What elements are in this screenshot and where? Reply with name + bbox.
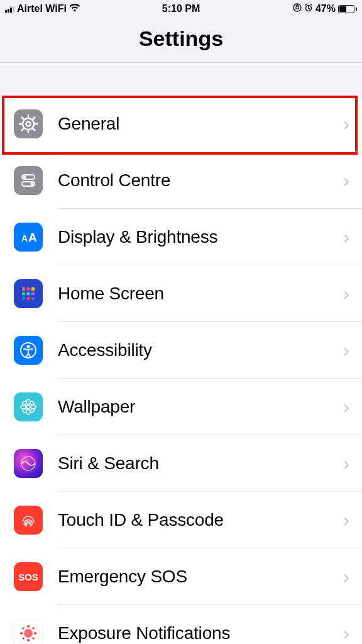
chevron-right-icon: › — [343, 453, 356, 474]
cellular-signal-icon — [5, 5, 14, 13]
svg-point-37 — [22, 408, 27, 413]
status-time: 5:10 PM — [162, 3, 200, 14]
row-accessibility[interactable]: Accessibility › — [0, 322, 362, 379]
svg-rect-22 — [27, 292, 30, 296]
svg-rect-20 — [31, 287, 35, 291]
svg-point-3 — [26, 122, 31, 126]
status-right: 47% — [293, 3, 357, 14]
flower-icon — [14, 392, 43, 421]
row-exposure-label: Exposure Notifications — [58, 623, 343, 643]
svg-point-2 — [23, 118, 34, 130]
svg-text:A: A — [28, 231, 37, 244]
chevron-right-icon: › — [343, 170, 356, 191]
battery-icon — [338, 5, 357, 13]
svg-line-9 — [33, 128, 35, 131]
fingerprint-icon — [14, 506, 43, 535]
chevron-right-icon: › — [343, 226, 356, 248]
svg-point-15 — [31, 182, 34, 186]
svg-point-40 — [27, 625, 30, 628]
svg-rect-18 — [22, 287, 25, 291]
svg-rect-23 — [31, 292, 35, 296]
row-control-label: Control Centre — [58, 170, 343, 191]
svg-line-8 — [21, 117, 24, 119]
svg-line-10 — [33, 117, 35, 119]
chevron-right-icon: › — [343, 623, 356, 644]
row-control-centre[interactable]: Control Centre › — [0, 152, 362, 209]
svg-point-42 — [20, 632, 23, 635]
svg-rect-21 — [22, 292, 25, 296]
svg-point-35 — [30, 408, 35, 413]
settings-list: General › Control Centre › AA Display & … — [0, 96, 362, 644]
svg-point-34 — [22, 401, 27, 406]
svg-point-39 — [24, 629, 33, 638]
row-general-label: General — [58, 114, 343, 134]
toggle-switches-icon — [14, 166, 43, 195]
svg-point-28 — [27, 345, 30, 348]
chevron-right-icon: › — [343, 509, 356, 531]
page-header: Settings — [0, 18, 362, 63]
svg-point-30 — [26, 399, 30, 404]
row-sos-label: Emergency SOS — [58, 567, 343, 587]
svg-point-32 — [21, 405, 26, 409]
svg-text:A: A — [21, 233, 28, 243]
chevron-right-icon: › — [343, 566, 356, 587]
svg-point-31 — [26, 409, 30, 414]
svg-point-43 — [34, 632, 36, 635]
alarm-icon — [304, 3, 313, 14]
svg-rect-19 — [27, 287, 30, 291]
row-siri-search[interactable]: Siri & Search › — [0, 435, 362, 492]
row-exposure-notifications[interactable]: Exposure Notifications › — [0, 605, 362, 644]
svg-point-41 — [27, 639, 30, 641]
accessibility-person-icon — [14, 336, 43, 365]
section-gap — [0, 63, 362, 96]
svg-point-33 — [31, 405, 36, 409]
siri-orb-icon — [14, 449, 43, 478]
svg-point-46 — [22, 637, 24, 639]
svg-rect-25 — [27, 297, 30, 300]
svg-point-44 — [22, 627, 24, 629]
row-emergency-sos[interactable]: SOS Emergency SOS › — [0, 548, 362, 605]
row-touch-label: Touch ID & Passcode — [58, 510, 343, 530]
row-display-brightness[interactable]: AA Display & Brightness › — [0, 209, 362, 265]
orientation-lock-icon — [293, 3, 302, 14]
exposure-virus-icon — [14, 619, 43, 644]
app-grid-icon — [14, 279, 43, 308]
chevron-right-icon: › — [343, 396, 356, 418]
svg-point-13 — [23, 175, 26, 179]
svg-point-36 — [30, 401, 35, 406]
gear-icon — [14, 109, 43, 138]
row-access-label: Accessibility — [58, 340, 343, 360]
page-title: Settings — [0, 26, 362, 51]
row-general[interactable]: General › — [0, 96, 362, 152]
svg-rect-26 — [31, 297, 35, 300]
row-display-label: Display & Brightness — [58, 227, 343, 247]
carrier-label: Airtel WiFi — [17, 3, 67, 14]
row-touch-id[interactable]: Touch ID & Passcode › — [0, 492, 362, 548]
status-bar: Airtel WiFi 5:10 PM 47% — [0, 0, 362, 18]
svg-point-29 — [26, 405, 30, 409]
sos-icon: SOS — [14, 562, 43, 591]
row-wallpaper-label: Wallpaper — [58, 397, 343, 417]
row-siri-label: Siri & Search — [58, 453, 343, 474]
battery-percent: 47% — [315, 3, 336, 14]
svg-rect-24 — [22, 297, 25, 300]
status-left: Airtel WiFi — [5, 3, 80, 14]
svg-point-47 — [32, 637, 34, 639]
chevron-right-icon: › — [343, 283, 356, 304]
text-size-icon: AA — [14, 223, 43, 252]
chevron-right-icon: › — [343, 340, 356, 361]
svg-point-45 — [32, 627, 34, 629]
svg-line-11 — [21, 128, 24, 131]
row-wallpaper[interactable]: Wallpaper › — [0, 379, 362, 435]
row-home-screen[interactable]: Home Screen › — [0, 265, 362, 322]
row-home-label: Home Screen — [58, 284, 343, 304]
chevron-right-icon: › — [343, 113, 356, 135]
wifi-icon — [69, 3, 80, 14]
